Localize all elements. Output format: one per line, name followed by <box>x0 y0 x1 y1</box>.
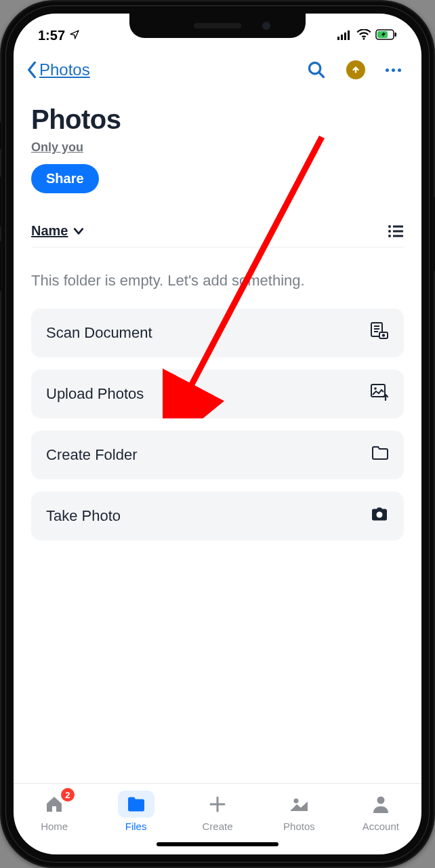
content-area: Photos Only you Share Name This folder i… <box>14 90 421 783</box>
svg-point-14 <box>388 235 391 237</box>
folder-icon <box>371 446 389 465</box>
upload-photos-icon <box>370 383 389 405</box>
tab-files[interactable]: Files <box>95 791 176 832</box>
svg-point-28 <box>294 799 299 804</box>
empty-state-text: This folder is empty. Let's add somethin… <box>31 272 404 290</box>
action-label: Take Photo <box>46 507 121 525</box>
share-button[interactable]: Share <box>31 164 99 193</box>
action-label: Upload Photos <box>46 385 144 403</box>
arrow-up-circle-icon <box>351 65 360 75</box>
action-upload-photos[interactable]: Upload Photos <box>31 370 404 418</box>
status-time: 1:57 <box>38 28 65 43</box>
back-label: Photos <box>39 60 90 79</box>
camera-icon <box>370 507 389 526</box>
back-button[interactable]: Photos <box>26 60 90 79</box>
upgrade-badge[interactable] <box>346 60 365 79</box>
wifi-icon <box>356 28 371 43</box>
tab-create[interactable]: Create <box>177 791 258 832</box>
svg-point-21 <box>382 334 385 336</box>
access-info[interactable]: Only you <box>31 140 404 155</box>
svg-point-29 <box>377 797 384 804</box>
svg-rect-3 <box>348 31 350 40</box>
svg-rect-11 <box>393 225 403 227</box>
search-icon <box>307 60 326 79</box>
location-icon <box>69 28 80 43</box>
svg-rect-0 <box>337 37 339 40</box>
notification-badge: 2 <box>61 788 75 802</box>
action-label: Scan Document <box>46 324 152 342</box>
tab-label: Files <box>125 821 147 832</box>
sort-button[interactable]: Name <box>31 223 84 239</box>
cell-signal-icon <box>337 28 352 43</box>
svg-rect-13 <box>393 230 403 232</box>
photos-icon <box>289 796 309 812</box>
folder-icon <box>126 795 146 813</box>
action-create-folder[interactable]: Create Folder <box>31 431 404 479</box>
action-scan-document[interactable]: Scan Document <box>31 309 404 357</box>
page-title: Photos <box>31 104 404 135</box>
svg-rect-15 <box>393 235 403 237</box>
home-indicator[interactable] <box>157 842 278 846</box>
account-icon <box>372 795 390 814</box>
svg-point-10 <box>388 225 391 228</box>
more-button[interactable] <box>386 68 401 72</box>
list-view-icon <box>388 224 404 238</box>
sort-label: Name <box>31 223 68 239</box>
tab-label: Home <box>41 821 68 832</box>
more-icon <box>386 68 401 72</box>
chevron-down-icon <box>73 227 84 235</box>
tab-account[interactable]: Account <box>340 791 421 832</box>
action-label: Create Folder <box>46 446 138 464</box>
battery-icon <box>375 28 397 43</box>
svg-point-12 <box>388 230 391 233</box>
chevron-left-icon <box>26 61 38 79</box>
nav-bar: Photos <box>14 50 421 90</box>
svg-point-4 <box>363 37 365 39</box>
svg-rect-7 <box>395 33 397 37</box>
tab-label: Create <box>203 821 233 832</box>
svg-rect-1 <box>341 35 343 40</box>
tab-home[interactable]: 2 Home <box>14 791 95 832</box>
svg-line-9 <box>319 73 323 77</box>
svg-point-23 <box>374 387 377 390</box>
view-toggle-button[interactable] <box>388 224 404 238</box>
tab-label: Photos <box>283 821 315 832</box>
search-button[interactable] <box>307 60 326 79</box>
tab-photos[interactable]: Photos <box>258 791 339 832</box>
tab-label: Account <box>362 821 399 832</box>
svg-point-24 <box>377 512 383 518</box>
scan-document-icon <box>370 322 389 344</box>
plus-icon <box>208 795 227 814</box>
svg-rect-2 <box>344 33 346 40</box>
action-take-photo[interactable]: Take Photo <box>31 492 404 540</box>
